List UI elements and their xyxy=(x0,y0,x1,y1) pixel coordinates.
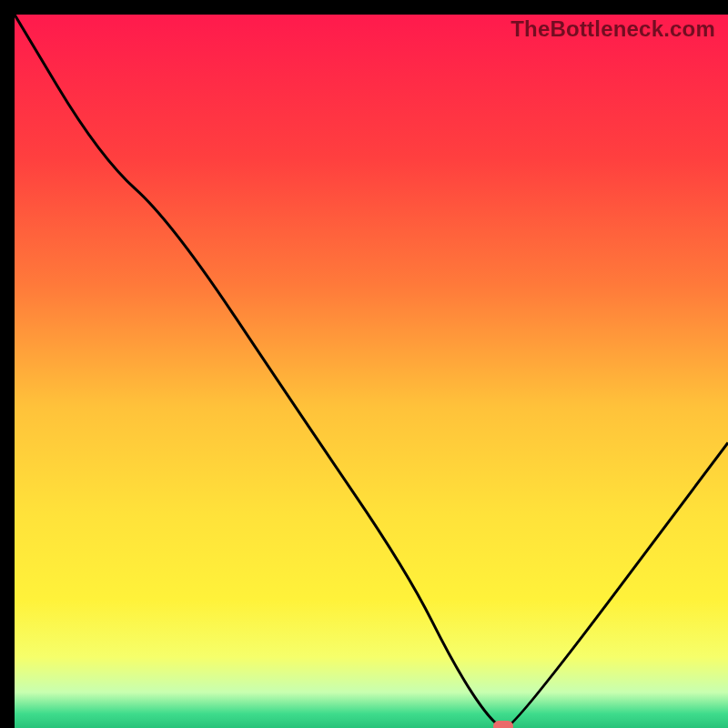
chart-frame: TheBottleneck.com xyxy=(0,0,728,728)
bottleneck-curve xyxy=(15,15,728,728)
watermark-text: TheBottleneck.com xyxy=(511,16,715,42)
plot-area: TheBottleneck.com xyxy=(15,15,728,728)
curve-path xyxy=(15,15,728,728)
optimal-marker xyxy=(493,721,513,728)
